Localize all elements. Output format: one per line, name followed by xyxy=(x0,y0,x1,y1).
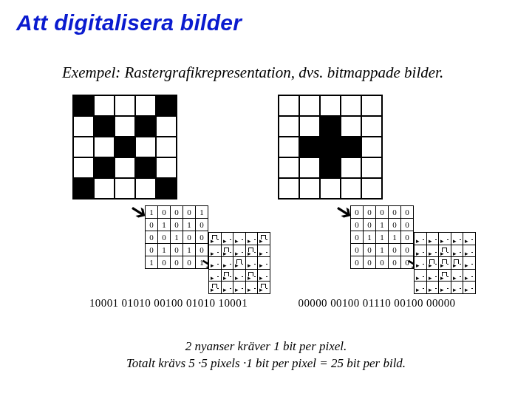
value-cell: 0 xyxy=(351,219,363,231)
pixel-cell xyxy=(321,96,340,115)
signal-cell: ▸ xyxy=(222,233,233,245)
pixel-cell xyxy=(136,117,155,136)
signal-cell: ▸ xyxy=(451,270,463,282)
pixel-cell xyxy=(157,117,176,136)
signal-cell: ▸ xyxy=(222,282,233,293)
pixel-cell xyxy=(300,179,319,198)
signal-cell: ▸ xyxy=(222,257,233,269)
pixel-cell xyxy=(95,179,114,198)
pixel-cell xyxy=(115,137,134,157)
pixel-cell xyxy=(362,158,381,177)
value-cell: 0 xyxy=(376,206,388,218)
page-title: Att digitalisera bilder xyxy=(16,10,242,35)
value-cell: 0 xyxy=(389,219,400,231)
pixel-cell xyxy=(279,158,299,177)
caption-line-1: 2 nyanser kräver 1 bit per pixel. xyxy=(0,338,532,355)
signal-cell: ▸ xyxy=(451,282,463,293)
signal-cell: ▸ xyxy=(439,282,451,293)
pixel-cell xyxy=(136,158,155,177)
bitstring-plus: 00000 00100 01110 00100 00000 xyxy=(281,297,473,310)
pixel-cell xyxy=(157,96,176,115)
number-matrix-x: 1000101010001000101010001 xyxy=(145,205,208,269)
signal-cell: ▸ xyxy=(258,257,270,269)
signal-cell: ▸ xyxy=(463,282,475,293)
value-cell: 0 xyxy=(171,206,183,218)
pixel-cell xyxy=(362,96,381,115)
value-cell: 0 xyxy=(196,231,208,243)
pixel-cell xyxy=(74,158,93,177)
pixel-cell xyxy=(321,117,340,136)
caption: 2 nyanser kräver 1 bit per pixel. Totalt… xyxy=(0,338,532,372)
pixel-cell xyxy=(115,96,134,115)
signal-grid-plus: ▸▸▸▸▸▸▸▸▸▸▸▸▸▸▸▸▸▸▸▸▸▸▸▸▸ xyxy=(414,232,476,294)
signal-cell: ▸ xyxy=(233,282,245,293)
value-cell: 0 xyxy=(364,206,375,218)
signal-cell: ▸ xyxy=(209,282,221,293)
example-subtitle: Exempel: Rastergrafikrepresentation, dvs… xyxy=(62,64,443,82)
signal-cell: ▸ xyxy=(451,245,463,257)
pixel-cell xyxy=(136,96,155,115)
value-cell: 0 xyxy=(364,256,375,268)
signal-cell: ▸ xyxy=(233,233,245,245)
signal-cell: ▸ xyxy=(415,233,426,245)
signal-grid-x: ▸▸▸▸▸▸▸▸▸▸▸▸▸▸▸▸▸▸▸▸▸▸▸▸▸ xyxy=(208,232,270,294)
signal-cell: ▸ xyxy=(415,270,426,282)
pixel-cell xyxy=(279,179,299,198)
signal-cell: ▸ xyxy=(415,282,426,293)
signal-cell: ▸ xyxy=(463,257,475,269)
pixel-cell xyxy=(157,158,176,177)
signal-cell: ▸ xyxy=(439,245,451,257)
pixel-cell xyxy=(341,96,361,115)
value-cell: 0 xyxy=(401,206,413,218)
value-cell: 1 xyxy=(158,244,170,256)
pixel-cell xyxy=(74,117,93,136)
pixel-cell xyxy=(157,179,176,198)
pixel-cell xyxy=(362,179,381,198)
pixel-cell xyxy=(95,117,114,136)
value-cell: 0 xyxy=(171,219,183,231)
value-cell: 0 xyxy=(146,219,157,231)
pixel-cell xyxy=(115,179,134,198)
value-cell: 0 xyxy=(183,231,195,243)
value-cell: 0 xyxy=(351,256,363,268)
value-cell: 0 xyxy=(389,244,400,256)
pixel-cell xyxy=(95,137,114,157)
value-cell: 1 xyxy=(196,206,208,218)
signal-cell: ▸ xyxy=(463,245,475,257)
signal-cell: ▸ xyxy=(209,245,221,257)
value-cell: 0 xyxy=(376,256,388,268)
pixel-cell xyxy=(300,96,319,115)
signal-cell: ▸ xyxy=(451,233,463,245)
value-cell: 1 xyxy=(183,219,195,231)
signal-cell: ▸ xyxy=(209,233,221,245)
caption-line-2: Totalt krävs 5 ·5 pixels ·1 bit per pixe… xyxy=(0,355,532,372)
signal-cell: ▸ xyxy=(233,245,245,257)
pixel-cell xyxy=(362,137,381,157)
signal-cell: ▸ xyxy=(451,257,463,269)
pixel-cell xyxy=(157,137,176,157)
pixel-cell xyxy=(279,96,299,115)
value-cell: 0 xyxy=(158,206,170,218)
signal-cell: ▸ xyxy=(209,270,221,282)
signal-cell: ▸ xyxy=(427,233,439,245)
signal-cell: ▸ xyxy=(233,257,245,269)
value-cell: 0 xyxy=(183,206,195,218)
value-cell: 1 xyxy=(183,244,195,256)
signal-cell: ▸ xyxy=(463,270,475,282)
value-cell: 0 xyxy=(183,256,195,268)
value-cell: 1 xyxy=(364,231,375,243)
value-cell: 1 xyxy=(158,219,170,231)
pixel-cell xyxy=(95,158,114,177)
pixel-cell xyxy=(115,117,134,136)
signal-cell: ▸ xyxy=(427,282,439,293)
value-cell: 0 xyxy=(171,244,183,256)
diagram-area: ➔ 1000101010001000101010001 ➔ ▸▸▸▸▸▸▸▸▸▸… xyxy=(68,95,467,331)
value-cell: 1 xyxy=(389,231,400,243)
pixel-cell xyxy=(321,137,340,157)
bitstring-x: 10001 01010 00100 01010 10001 xyxy=(72,297,265,310)
value-cell: 0 xyxy=(158,231,170,243)
pixel-cell xyxy=(300,158,319,177)
signal-cell: ▸ xyxy=(258,270,270,282)
pixel-cell xyxy=(95,96,114,115)
pixel-cell xyxy=(341,158,361,177)
